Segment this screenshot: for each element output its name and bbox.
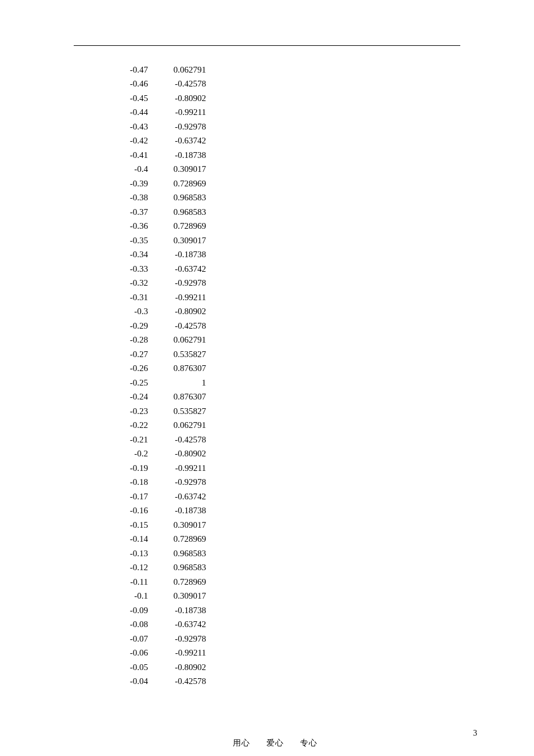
cell-col-a: -0.37 [113,208,148,217]
data-table: -0.470.062791-0.46-0.42578-0.45-0.80902-… [113,63,206,689]
cell-col-a: -0.22 [113,421,148,430]
cell-col-a: -0.04 [113,677,148,686]
cell-col-b: -0.80902 [148,307,206,316]
footer-word-3: 专心 [300,739,317,747]
cell-col-a: -0.17 [113,492,148,501]
cell-col-a: -0.32 [113,279,148,287]
table-row: -0.260.876307 [113,362,206,376]
cell-col-b: -0.92978 [148,123,206,131]
cell-col-b: 0.728969 [148,578,206,586]
table-row: -0.33-0.63742 [113,262,206,276]
cell-col-a: -0.05 [113,663,148,672]
table-row: -0.251 [113,376,206,390]
cell-col-b: 0.876307 [148,393,206,401]
table-row: -0.10.309017 [113,589,206,604]
cell-col-b: 0.535827 [148,407,206,416]
cell-col-b: 0.309017 [148,165,206,174]
table-row: -0.110.728969 [113,575,206,589]
cell-col-b: 0.309017 [148,236,206,245]
table-row: -0.280.062791 [113,333,206,348]
cell-col-b: -0.99211 [148,293,206,302]
table-row: -0.2-0.80902 [113,447,206,462]
table-row: -0.18-0.92978 [113,476,206,490]
cell-col-a: -0.4 [113,165,148,174]
page-number: 3 [473,729,477,738]
cell-col-a: -0.19 [113,464,148,473]
table-row: -0.150.309017 [113,518,206,532]
table-row: -0.06-0.99211 [113,646,206,661]
cell-col-b: -0.63742 [148,136,206,145]
table-row: -0.380.968583 [113,191,206,206]
table-row: -0.05-0.80902 [113,660,206,675]
table-row: -0.390.728969 [113,177,206,191]
table-row: -0.17-0.63742 [113,489,206,504]
cell-col-a: -0.39 [113,179,148,188]
cell-col-a: -0.11 [113,578,148,586]
footer-word-2: 爱心 [266,739,284,747]
cell-col-b: 0.968583 [148,208,206,217]
table-row: -0.31-0.99211 [113,290,206,305]
table-row: -0.42-0.63742 [113,134,206,149]
cell-col-a: -0.26 [113,364,148,373]
cell-col-a: -0.2 [113,449,148,458]
table-row: -0.07-0.92978 [113,632,206,646]
table-row: -0.350.309017 [113,233,206,248]
cell-col-a: -0.18 [113,478,148,487]
cell-col-b: 0.309017 [148,521,206,530]
footer-motto: 用心爱心专心 [217,729,317,756]
cell-col-a: -0.08 [113,620,148,629]
cell-col-b: 0.062791 [148,421,206,430]
table-row: -0.140.728969 [113,532,206,547]
cell-col-b: -0.92978 [148,279,206,287]
cell-col-a: -0.42 [113,136,148,145]
cell-col-a: -0.3 [113,307,148,316]
cell-col-a: -0.07 [113,635,148,643]
table-row: -0.230.535827 [113,404,206,419]
cell-col-a: -0.23 [113,407,148,416]
cell-col-a: -0.41 [113,151,148,160]
table-row: -0.470.062791 [113,63,206,77]
cell-col-a: -0.09 [113,606,148,615]
table-row: -0.44-0.99211 [113,106,206,120]
cell-col-b: 1 [148,379,206,387]
cell-col-a: -0.46 [113,80,148,88]
table-row: -0.45-0.80902 [113,91,206,106]
header-rule [74,45,460,46]
cell-col-b: -0.42578 [148,677,206,686]
cell-col-b: 0.728969 [148,535,206,543]
table-row: -0.130.968583 [113,546,206,561]
cell-col-b: -0.63742 [148,492,206,501]
table-row: -0.46-0.42578 [113,77,206,92]
cell-col-b: -0.63742 [148,620,206,629]
table-row: -0.34-0.18738 [113,248,206,262]
table-row: -0.09-0.18738 [113,603,206,618]
cell-col-a: -0.38 [113,193,148,202]
table-row: -0.370.968583 [113,205,206,219]
cell-col-b: -0.80902 [148,94,206,103]
cell-col-b: 0.968583 [148,193,206,202]
table-row: -0.240.876307 [113,390,206,405]
cell-col-a: -0.06 [113,649,148,657]
cell-col-a: -0.47 [113,66,148,74]
cell-col-b: -0.80902 [148,449,206,458]
cell-col-b: -0.42578 [148,322,206,330]
footer-word-1: 用心 [233,739,250,747]
cell-col-a: -0.27 [113,350,148,359]
cell-col-a: -0.25 [113,379,148,387]
cell-col-a: -0.45 [113,94,148,103]
table-row: -0.16-0.18738 [113,504,206,519]
cell-col-b: 0.062791 [148,66,206,74]
table-row: -0.29-0.42578 [113,319,206,333]
table-row: -0.43-0.92978 [113,120,206,134]
cell-col-b: 0.535827 [148,350,206,359]
cell-col-a: -0.12 [113,563,148,572]
cell-col-a: -0.36 [113,222,148,231]
cell-col-a: -0.34 [113,250,148,259]
cell-col-b: 0.876307 [148,364,206,373]
cell-col-a: -0.24 [113,393,148,401]
cell-col-b: -0.99211 [148,464,206,473]
cell-col-b: -0.18738 [148,151,206,160]
table-row: -0.120.968583 [113,561,206,575]
cell-col-b: -0.80902 [148,663,206,672]
cell-col-b: -0.42578 [148,435,206,444]
